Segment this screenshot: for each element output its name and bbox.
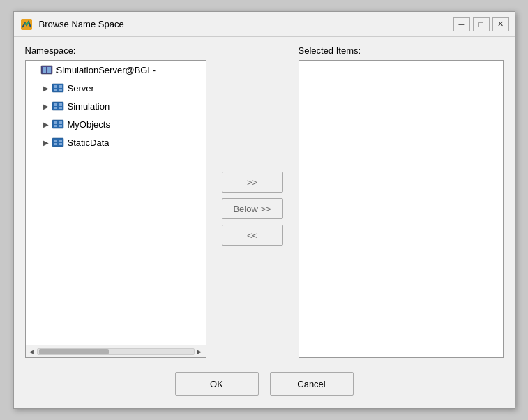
horizontal-scrollbar[interactable]: ◀ ▶	[26, 345, 206, 357]
server-label: Server	[68, 83, 94, 93]
right-panel: Selected Items:	[299, 45, 504, 358]
svg-rect-15	[59, 107, 62, 109]
svg-rect-24	[54, 143, 57, 145]
minimize-button[interactable]: ─	[453, 17, 470, 31]
left-panel: Namespace:	[25, 45, 206, 358]
scroll-right-icon[interactable]: ▶	[195, 347, 204, 357]
scrollbar-thumb[interactable]	[39, 349, 109, 354]
remove-button[interactable]: <<	[222, 225, 283, 246]
svg-rect-5	[47, 70, 51, 73]
svg-rect-19	[54, 125, 57, 127]
expand-icon-myobjects[interactable]: ▶	[41, 119, 51, 129]
svg-rect-12	[54, 103, 57, 106]
tree-item-simulation[interactable]: ▶ Simulation	[26, 97, 206, 115]
scrollbar-track[interactable]	[37, 348, 195, 355]
middle-panel: >> Below >> <<	[218, 45, 287, 358]
expand-icon-server[interactable]: ▶	[41, 83, 51, 93]
staticdata-label: StaticData	[68, 137, 110, 148]
svg-rect-7	[54, 85, 57, 88]
cancel-button[interactable]: Cancel	[270, 372, 354, 396]
maximize-button[interactable]: □	[473, 17, 490, 31]
add-button[interactable]: >>	[222, 172, 283, 193]
svg-rect-25	[59, 143, 62, 145]
title-bar-controls: ─ □ ✕	[453, 17, 509, 31]
selected-items-label: Selected Items:	[299, 45, 504, 56]
myobjects-label: MyObjects	[68, 119, 110, 130]
dialog-window: Browse Name Space ─ □ ✕ Namespace:	[13, 11, 515, 409]
server-icon	[51, 82, 65, 93]
simulation-icon	[51, 100, 65, 112]
myobjects-icon	[51, 119, 65, 130]
svg-rect-13	[59, 103, 62, 106]
svg-rect-18	[59, 121, 62, 124]
svg-rect-8	[59, 85, 62, 88]
tree-item-myobjects[interactable]: ▶ MyObjects	[26, 115, 206, 133]
expand-icon-staticdata[interactable]: ▶	[41, 137, 51, 147]
svg-rect-22	[54, 140, 57, 142]
simulation-label: Simulation	[68, 101, 110, 112]
matlab-icon	[20, 17, 33, 31]
main-content: Namespace:	[25, 45, 504, 358]
svg-rect-9	[54, 89, 57, 91]
namespace-label: Namespace:	[25, 45, 206, 56]
svg-rect-10	[59, 89, 62, 91]
svg-rect-2	[43, 67, 46, 70]
svg-rect-4	[43, 70, 46, 73]
svg-rect-14	[54, 107, 57, 109]
scroll-left-icon[interactable]: ◀	[27, 347, 37, 357]
svg-rect-3	[47, 67, 51, 70]
tree-item-root[interactable]: SimulationServer@BGL-	[26, 61, 206, 79]
ok-button[interactable]: OK	[175, 372, 259, 396]
svg-rect-23	[59, 140, 62, 142]
root-icon	[40, 64, 54, 75]
footer: OK Cancel	[25, 365, 504, 400]
tree-item-staticdata[interactable]: ▶ StaticData	[26, 133, 206, 151]
root-label: SimulationServer@BGL-	[56, 65, 156, 75]
svg-rect-20	[59, 125, 62, 127]
dialog-body: Namespace:	[14, 37, 515, 408]
expand-icon-simulation[interactable]: ▶	[41, 101, 51, 111]
namespace-tree[interactable]: SimulationServer@BGL- ▶	[25, 60, 206, 358]
title-bar: Browse Name Space ─ □ ✕	[14, 12, 515, 37]
expand-icon-root	[30, 65, 40, 75]
close-button[interactable]: ✕	[492, 17, 509, 31]
add-below-button[interactable]: Below >>	[222, 198, 283, 219]
dialog-title: Browse Name Space	[39, 19, 453, 29]
tree-content[interactable]: SimulationServer@BGL- ▶	[26, 61, 206, 345]
tree-item-server[interactable]: ▶ Server	[26, 79, 206, 97]
svg-rect-17	[54, 121, 57, 124]
selected-items-box[interactable]	[299, 60, 504, 358]
staticdata-icon	[51, 137, 65, 148]
